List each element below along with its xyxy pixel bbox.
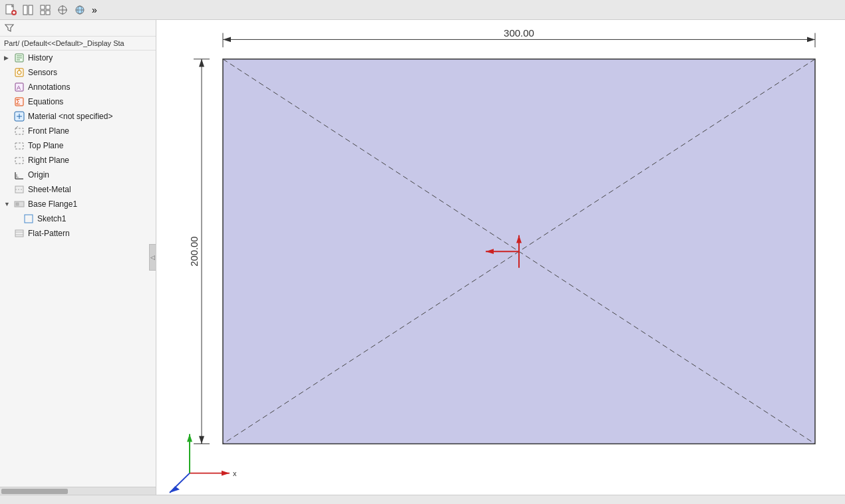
svg-rect-6 [41,5,45,9]
base-flange-icon [13,198,25,210]
sensors-icon [13,66,25,78]
sheet-metal-label: Sheet-Metal [28,185,71,194]
sensors-label: Sensors [28,68,57,77]
sidebar-filter[interactable] [0,20,156,37]
svg-rect-4 [23,5,27,15]
split-view-icon[interactable] [20,2,36,18]
material-label: Material <not specified> [28,112,112,121]
more-toolbar-icon[interactable]: » [89,3,100,17]
sidebar-item-sensors[interactable]: Sensors [0,65,156,80]
history-icon [13,52,25,64]
sidebar-item-history[interactable]: ▶ History [0,51,156,65]
sketch1-label: Sketch1 [37,214,66,223]
flat-pattern-icon [13,227,25,239]
svg-text:x: x [233,469,237,477]
sidebar-item-flat-pattern[interactable]: Flat-Pattern [0,226,156,241]
part-header: Part/ (Default<<Default>_Display Sta [0,37,156,51]
svg-rect-31 [15,128,23,134]
annotations-icon: A [13,81,25,93]
sidebar-item-base-flange[interactable]: ▼ Base Flange1 [0,197,156,211]
sidebar-item-sketch1[interactable]: Sketch1 [0,211,156,226]
sidebar-scrollbar[interactable] [0,487,156,495]
svg-rect-5 [29,5,33,15]
globe-icon[interactable] [72,2,88,18]
canvas-area: 300.00 200.00 x [156,20,845,495]
main-area: Part/ (Default<<Default>_Display Sta ▶ H… [0,20,845,495]
front-plane-label: Front Plane [28,126,69,136]
base-flange-label: Base Flange1 [28,199,77,209]
history-expand-arrow: ▶ [4,55,11,61]
crosshair-icon[interactable] [55,2,71,18]
history-label: History [28,53,53,63]
sidebar-scroll-thumb[interactable] [1,489,68,494]
sidebar: Part/ (Default<<Default>_Display Sta ▶ H… [0,20,156,495]
bottom-bar [0,495,845,504]
origin-label: Origin [28,170,49,180]
right-plane-icon [13,154,25,166]
svg-text:L: L [16,173,19,179]
new-icon[interactable] [3,2,19,18]
svg-rect-35 [15,158,23,164]
svg-text:300.00: 300.00 [504,29,534,39]
sketch1-icon [23,213,35,225]
svg-text:A: A [17,84,21,91]
svg-rect-44 [15,230,23,237]
sidebar-item-right-plane[interactable]: Right Plane [0,153,156,168]
base-flange-expand-arrow: ▼ [4,201,11,207]
sidebar-item-material[interactable]: Material <not specified> [0,109,156,124]
svg-text:200.00: 200.00 [189,237,200,267]
canvas-svg: 300.00 200.00 x [156,20,845,495]
svg-rect-34 [15,143,23,149]
svg-rect-43 [25,215,33,223]
svg-text:Σ: Σ [16,98,20,106]
annotations-label: Annotations [28,82,70,92]
sidebar-item-front-plane[interactable]: Front Plane [0,124,156,138]
svg-rect-42 [16,203,19,205]
equations-icon: Σ [13,96,25,108]
front-plane-icon [13,125,25,137]
sidebar-item-sheet-metal[interactable]: Sheet-Metal [0,182,156,197]
origin-icon: L [13,169,25,181]
sidebar-item-top-plane[interactable]: Top Plane [0,138,156,153]
top-plane-icon [13,140,25,152]
toolbar: » [0,0,845,20]
sidebar-item-equations[interactable]: Σ Equations [0,94,156,109]
material-icon [13,110,25,122]
flat-pattern-label: Flat-Pattern [28,229,70,238]
sheet-metal-icon [13,184,25,195]
svg-rect-9 [46,11,50,15]
top-plane-label: Top Plane [28,141,63,150]
equations-label: Equations [28,97,63,106]
svg-rect-8 [41,11,45,15]
right-plane-label: Right Plane [28,156,69,165]
svg-marker-16 [5,25,13,31]
sidebar-item-annotations[interactable]: A Annotations [0,80,156,94]
sidebar-collapse-handle[interactable]: ◁ [149,244,156,271]
svg-rect-7 [46,5,50,9]
quad-view-icon[interactable] [37,2,53,18]
sidebar-item-origin[interactable]: L Origin [0,168,156,182]
